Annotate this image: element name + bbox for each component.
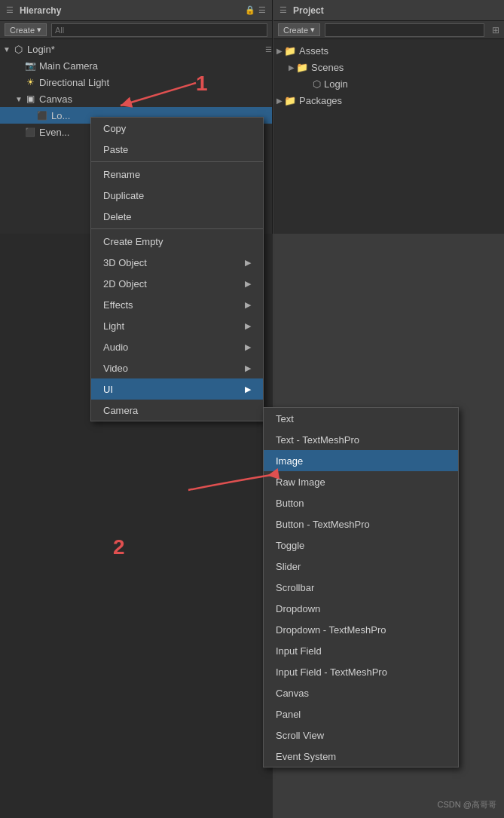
lock-icon: 🔒 bbox=[245, 5, 255, 15]
submenu-arrow: ▶ bbox=[245, 384, 251, 394]
expand-arrow: ▶ bbox=[276, 97, 283, 105]
context-label: Duplicate bbox=[103, 190, 144, 201]
project-item-packages[interactable]: ▶ 📁 Packages bbox=[273, 92, 504, 109]
context-label: 2D Object bbox=[103, 278, 147, 290]
submenu-item-raw-image[interactable]: Raw Image bbox=[264, 471, 458, 492]
canvas-icon: ▣ bbox=[24, 93, 36, 105]
context-item-ui[interactable]: UI ▶ bbox=[91, 378, 263, 400]
camera-icon: 📷 bbox=[24, 60, 36, 72]
context-item-light[interactable]: Light ▶ bbox=[91, 315, 263, 336]
hierarchy-title: Hierarchy bbox=[20, 5, 61, 16]
context-label: Paste bbox=[103, 144, 128, 155]
context-label: 3D Object bbox=[103, 257, 147, 268]
menu-icon: ☰ bbox=[258, 5, 266, 15]
submenu-arrow: ▶ bbox=[245, 300, 251, 310]
hierarchy-search-input[interactable] bbox=[51, 23, 267, 37]
submenu-item-panel[interactable]: Panel bbox=[264, 703, 458, 725]
context-item-camera[interactable]: Camera bbox=[91, 400, 263, 421]
tree-label: Login* bbox=[27, 44, 55, 55]
project-label: Assets bbox=[299, 45, 328, 57]
submenu-label: Event System bbox=[276, 751, 336, 762]
context-item-create-empty[interactable]: Create Empty bbox=[91, 231, 263, 252]
context-item-paste[interactable]: Paste bbox=[91, 139, 263, 160]
context-label: Light bbox=[103, 320, 124, 332]
submenu-arrow: ▶ bbox=[245, 321, 251, 331]
hierarchy-toolbar: Create ▾ bbox=[0, 21, 272, 39]
submenu-item-event-system[interactable]: Event System bbox=[264, 746, 458, 767]
object-icon: ⬛ bbox=[36, 109, 48, 121]
submenu-item-slider[interactable]: Slider bbox=[264, 556, 458, 577]
project-options-icon: ⊞ bbox=[492, 25, 499, 35]
project-item-login[interactable]: ⬡ Login bbox=[273, 75, 504, 92]
tree-item-canvas[interactable]: ▼ ▣ Canvas bbox=[0, 90, 272, 107]
hierarchy-header-icons: 🔒 ☰ bbox=[245, 5, 266, 15]
submenu-item-text[interactable]: Text bbox=[264, 408, 458, 429]
submenu-label: Input Field bbox=[276, 645, 322, 657]
context-label: Create Empty bbox=[103, 236, 163, 247]
submenu-label: Panel bbox=[276, 709, 301, 720]
submenu-arrow: ▶ bbox=[245, 258, 251, 268]
submenu-item-dropdown[interactable]: Dropdown bbox=[264, 598, 458, 619]
project-tree: ▶ 📁 Assets ▶ 📁 Scenes ⬡ Login ▶ 📁 Packag… bbox=[273, 39, 504, 234]
context-item-2d-object[interactable]: 2D Object ▶ bbox=[91, 273, 263, 294]
submenu-item-canvas[interactable]: Canvas bbox=[264, 682, 458, 703]
context-item-delete[interactable]: Delete bbox=[91, 206, 263, 227]
project-search-input[interactable] bbox=[325, 23, 484, 37]
submenu-label: Scroll View bbox=[276, 730, 324, 741]
folder-icon: 📁 bbox=[284, 95, 296, 106]
submenu-label: Text bbox=[276, 413, 294, 424]
project-toolbar: Create ▾ ⊞ bbox=[273, 21, 504, 39]
context-item-3d-object[interactable]: 3D Object ▶ bbox=[91, 252, 263, 273]
submenu-item-text-tmp[interactable]: Text - TextMeshPro bbox=[264, 429, 458, 450]
submenu-label: Toggle bbox=[276, 540, 304, 551]
expand-arrow: ▶ bbox=[276, 47, 283, 55]
context-label: Effects bbox=[103, 299, 133, 311]
scene-icon: ⬡ bbox=[12, 43, 24, 55]
hierarchy-create-button[interactable]: Create ▾ bbox=[5, 23, 47, 36]
light-icon: ☀ bbox=[24, 76, 36, 88]
context-label: UI bbox=[103, 384, 113, 395]
submenu-label: Slider bbox=[276, 561, 301, 572]
context-item-duplicate[interactable]: Duplicate bbox=[91, 185, 263, 206]
tree-arrow: ▼ bbox=[15, 95, 24, 103]
submenu-label: Button bbox=[276, 498, 304, 509]
submenu-label: Input Field - TextMeshPro bbox=[276, 666, 387, 678]
tree-item-login-scene[interactable]: ▼ ⬡ Login* ☰ bbox=[0, 41, 272, 57]
hierarchy-header: ☰ Hierarchy 🔒 ☰ bbox=[0, 0, 272, 21]
submenu-arrow: ▶ bbox=[245, 279, 251, 289]
submenu-item-toggle[interactable]: Toggle bbox=[264, 535, 458, 556]
unity-icon: ⬡ bbox=[313, 78, 321, 90]
submenu-item-scroll-view[interactable]: Scroll View bbox=[264, 725, 458, 746]
submenu-item-input-field-tmp[interactable]: Input Field - TextMeshPro bbox=[264, 661, 458, 682]
submenu-arrow: ▶ bbox=[245, 342, 251, 352]
tree-label: Directional Light bbox=[39, 77, 109, 88]
context-label: Copy bbox=[103, 123, 126, 134]
context-label: Audio bbox=[103, 342, 128, 353]
tree-arrow: ▼ bbox=[3, 45, 12, 54]
submenu-item-button-tmp[interactable]: Button - TextMeshPro bbox=[264, 513, 458, 535]
submenu-label: Button - TextMeshPro bbox=[276, 519, 370, 530]
object-icon: ⬛ bbox=[24, 126, 36, 138]
project-item-scenes[interactable]: ▶ 📁 Scenes bbox=[273, 59, 504, 75]
project-item-assets[interactable]: ▶ 📁 Assets bbox=[273, 42, 504, 59]
submenu-label: Scrollbar bbox=[276, 582, 314, 593]
separator bbox=[91, 161, 263, 162]
submenu-item-dropdown-tmp[interactable]: Dropdown - TextMeshPro bbox=[264, 619, 458, 640]
context-item-video[interactable]: Video ▶ bbox=[91, 357, 263, 378]
submenu-item-image[interactable]: Image bbox=[264, 450, 458, 471]
context-item-audio[interactable]: Audio ▶ bbox=[91, 336, 263, 357]
project-label: Packages bbox=[299, 95, 342, 106]
submenu-item-scrollbar[interactable]: Scrollbar bbox=[264, 577, 458, 598]
context-item-copy[interactable]: Copy bbox=[91, 118, 263, 139]
tree-item-directional-light[interactable]: ☀ Directional Light bbox=[0, 74, 272, 90]
context-label: Camera bbox=[103, 405, 138, 416]
tree-item-main-camera[interactable]: 📷 Main Camera bbox=[0, 57, 272, 74]
submenu-label: Dropdown - TextMeshPro bbox=[276, 624, 386, 636]
context-item-rename[interactable]: Rename bbox=[91, 164, 263, 185]
context-item-effects[interactable]: Effects ▶ bbox=[91, 294, 263, 315]
project-create-button[interactable]: Create ▾ bbox=[278, 23, 320, 36]
submenu-item-input-field[interactable]: Input Field bbox=[264, 640, 458, 661]
project-header: ☰ Project bbox=[273, 0, 504, 21]
submenu-item-button[interactable]: Button bbox=[264, 492, 458, 513]
submenu-label: Canvas bbox=[276, 688, 309, 699]
